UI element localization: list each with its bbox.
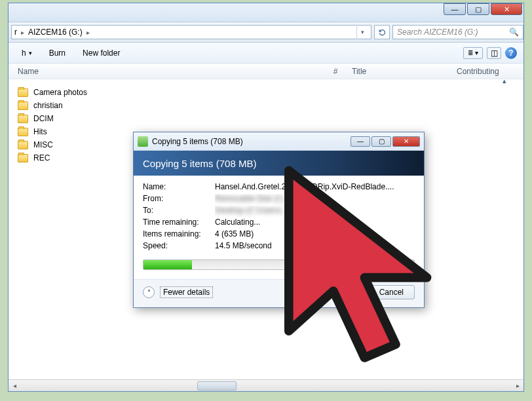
chevron-right-icon: ▸	[21, 29, 24, 36]
scroll-up-icon[interactable]: ▴	[503, 77, 506, 85]
progress-fill	[143, 260, 192, 269]
dialog-header: Copying 5 items (708 MB)	[134, 151, 424, 176]
column-contributing[interactable]: Contributing	[457, 67, 523, 76]
value-speed: 14.5 MB/second	[215, 241, 415, 253]
folder-icon	[18, 154, 28, 162]
label-from: From:	[143, 194, 215, 206]
scroll-track[interactable]	[20, 381, 512, 391]
label-items: Items remaining:	[143, 229, 215, 241]
window-close-button[interactable]: ✕	[491, 3, 522, 15]
window-titlebar: — ▢ ✕	[9, 3, 523, 22]
folder-icon	[18, 115, 28, 123]
dialog-body: Name:Hansel.And.Gretel.2013.DVDRip.XviD-…	[134, 176, 424, 279]
value-from: Removable Disk (I:)	[215, 194, 415, 206]
search-input[interactable]: Search AIZCEM16 (G:) 🔍	[392, 25, 523, 39]
label-name: Name:	[143, 182, 215, 194]
column-name[interactable]: Name	[18, 67, 319, 76]
folder-icon	[18, 88, 28, 97]
progress-bar	[143, 259, 415, 270]
scroll-right-icon[interactable]: ▸	[512, 381, 523, 391]
breadcrumb-drive[interactable]: AIZCEM16 (G:)	[28, 28, 83, 37]
view-options-button[interactable]: ≣ ▾	[463, 47, 483, 59]
file-name: Hits	[33, 127, 47, 136]
search-placeholder: Search AIZCEM16 (G:)	[397, 28, 478, 37]
new-folder-button[interactable]: New folder	[76, 47, 126, 60]
scroll-thumb[interactable]	[197, 381, 237, 391]
burn-button[interactable]: Burn	[43, 47, 72, 60]
window-maximize-button[interactable]: ▢	[467, 3, 489, 15]
horizontal-scrollbar[interactable]: ◂ ▸	[9, 379, 523, 391]
refresh-icon	[378, 28, 387, 37]
breadcrumb-prefix: r	[14, 28, 17, 37]
address-bar-row: r ▸ AIZCEM16 (G:) ▸ ▾ Search AIZCEM16 (G…	[9, 22, 523, 43]
copy-dialog: Copying 5 items (708 MB) — ▢ ✕ Copying 5…	[133, 132, 425, 308]
toolbar: h ▾ Burn New folder ≣ ▾ ◫ ?	[9, 43, 523, 64]
value-name: Hansel.And.Gretel.2013.DVDRip.XviD-RedBl…	[215, 182, 415, 194]
value-time: Calculating...	[215, 218, 415, 229]
file-name: Camera photos	[33, 88, 87, 97]
collapse-icon[interactable]: ˄	[143, 286, 155, 298]
dialog-close-button[interactable]: ✕	[392, 136, 420, 147]
file-name: DCIM	[33, 114, 54, 123]
chevron-right-icon: ▸	[86, 29, 90, 36]
cancel-button[interactable]: Cancel	[368, 285, 415, 299]
file-name: christian	[33, 101, 63, 110]
column-title[interactable]: Title	[352, 67, 457, 76]
dialog-titlebar[interactable]: Copying 5 items (708 MB) — ▢ ✕	[134, 132, 424, 151]
dialog-minimize-button[interactable]: —	[351, 136, 370, 147]
copy-icon	[138, 136, 148, 147]
chevron-down-icon: ▾	[29, 50, 32, 56]
file-name: REC	[33, 153, 50, 162]
column-number[interactable]: #	[319, 67, 352, 76]
value-items: 4 (635 MB)	[215, 229, 415, 241]
window-minimize-button[interactable]: —	[444, 3, 466, 15]
search-icon: 🔍	[509, 28, 519, 37]
dialog-title: Copying 5 items (708 MB)	[152, 137, 243, 146]
list-item[interactable]: christian	[18, 99, 514, 112]
folder-icon	[18, 128, 28, 136]
label-time: Time remaining:	[143, 218, 215, 229]
list-item[interactable]: DCIM	[18, 112, 514, 125]
list-item[interactable]: Camera photos	[18, 86, 514, 99]
dialog-maximize-button[interactable]: ▢	[371, 136, 391, 147]
refresh-button[interactable]	[374, 25, 390, 39]
folder-icon	[18, 102, 28, 110]
toolbar-back-fragment[interactable]: h ▾	[15, 47, 39, 60]
fewer-details-button[interactable]: Fewer details	[160, 286, 213, 298]
scroll-left-icon[interactable]: ◂	[9, 381, 20, 391]
label-speed: Speed:	[143, 241, 215, 253]
column-headers: Name # Title Contributing	[9, 64, 523, 79]
preview-pane-button[interactable]: ◫	[487, 47, 501, 59]
label-to: To:	[143, 206, 215, 218]
address-dropdown-icon[interactable]: ▾	[356, 25, 368, 39]
folder-icon	[18, 141, 28, 149]
help-icon[interactable]: ?	[505, 47, 517, 59]
value-to: Desktop (C:\Users\...)	[215, 206, 415, 218]
file-name: MISC	[33, 140, 53, 149]
dialog-footer: ˄ Fewer details Cancel	[134, 279, 424, 307]
explorer-window: — ▢ ✕ r ▸ AIZCEM16 (G:) ▸ ▾ Search AIZCE…	[8, 3, 524, 392]
address-bar[interactable]: r ▸ AIZCEM16 (G:) ▸ ▾	[11, 25, 371, 39]
